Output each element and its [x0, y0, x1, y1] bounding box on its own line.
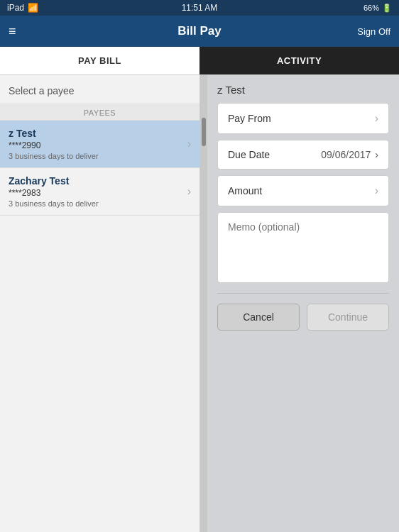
- payee-item[interactable]: z Test ****2990 3 business days to deliv…: [0, 121, 200, 168]
- payee-delivery: 3 business days to deliver: [9, 152, 99, 160]
- battery-icon: 🔋: [382, 4, 392, 13]
- memo-input[interactable]: [228, 221, 378, 274]
- wifi-icon: 📶: [28, 3, 38, 13]
- chevron-right-icon: ›: [187, 138, 191, 150]
- amount-row[interactable]: Amount ›: [217, 175, 389, 206]
- due-date-value: 09/06/2017 ›: [321, 149, 378, 160]
- payee-info: z Test ****2990 3 business days to deliv…: [9, 128, 99, 160]
- sign-off-button[interactable]: Sign Off: [357, 26, 390, 37]
- continue-button[interactable]: Continue: [307, 304, 389, 331]
- pay-from-label: Pay From: [228, 113, 271, 124]
- page-title: Bill Pay: [177, 24, 221, 38]
- tab-pay-bill[interactable]: PAY BILL: [0, 47, 200, 74]
- select-payee-text: Select a payee: [9, 85, 75, 96]
- payee-delivery: 3 business days to deliver: [9, 199, 99, 208]
- amount-label: Amount: [228, 185, 262, 196]
- menu-icon[interactable]: ≡: [9, 24, 16, 39]
- cancel-button[interactable]: Cancel: [217, 304, 300, 331]
- status-right: 66% 🔋: [364, 4, 392, 13]
- status-bar: iPad 📶 11:51 AM 66% 🔋: [0, 0, 399, 16]
- status-time: 11:51 AM: [182, 3, 218, 13]
- left-panel: Select a payee PAYEES z Test ****2990 3 …: [0, 75, 200, 532]
- selected-payee-title: z Test: [217, 84, 389, 96]
- device-label: iPad: [7, 3, 24, 13]
- payee-account: ****2990: [9, 140, 99, 150]
- tab-bar: PAY BILL ACTIVITY: [0, 47, 399, 75]
- due-date-chevron-icon: ›: [375, 149, 378, 160]
- payees-section-label: PAYEES: [0, 104, 200, 121]
- payee-info: Zachary Test ****2983 3 business days to…: [9, 175, 99, 208]
- scrollbar[interactable]: [200, 75, 207, 532]
- due-date-row[interactable]: Due Date 09/06/2017 ›: [217, 140, 389, 170]
- main-content: Select a payee PAYEES z Test ****2990 3 …: [0, 75, 399, 532]
- pay-from-row[interactable]: Pay From ›: [217, 103, 389, 134]
- scrollbar-thumb: [202, 118, 206, 146]
- select-payee-header: Select a payee: [0, 75, 200, 104]
- payee-name: z Test: [9, 128, 99, 139]
- tab-activity[interactable]: ACTIVITY: [200, 47, 399, 74]
- nav-bar: ≡ Bill Pay Sign Off: [0, 16, 399, 47]
- chevron-right-icon: ›: [187, 185, 191, 198]
- pay-from-chevron-icon: ›: [375, 112, 378, 125]
- due-date-text: 09/06/2017: [321, 149, 371, 160]
- memo-box[interactable]: [217, 212, 389, 283]
- payee-name: Zachary Test: [9, 175, 99, 187]
- battery-percent: 66%: [364, 4, 379, 12]
- payee-item[interactable]: Zachary Test ****2983 3 business days to…: [0, 168, 200, 216]
- right-panel: z Test Pay From › Due Date 09/06/2017 › …: [207, 75, 399, 532]
- amount-chevron-icon: ›: [375, 184, 378, 197]
- divider: [217, 293, 389, 294]
- button-row: Cancel Continue: [217, 304, 389, 331]
- payee-account: ****2983: [9, 188, 99, 198]
- due-date-label: Due Date: [228, 149, 270, 160]
- status-left: iPad 📶: [7, 3, 38, 13]
